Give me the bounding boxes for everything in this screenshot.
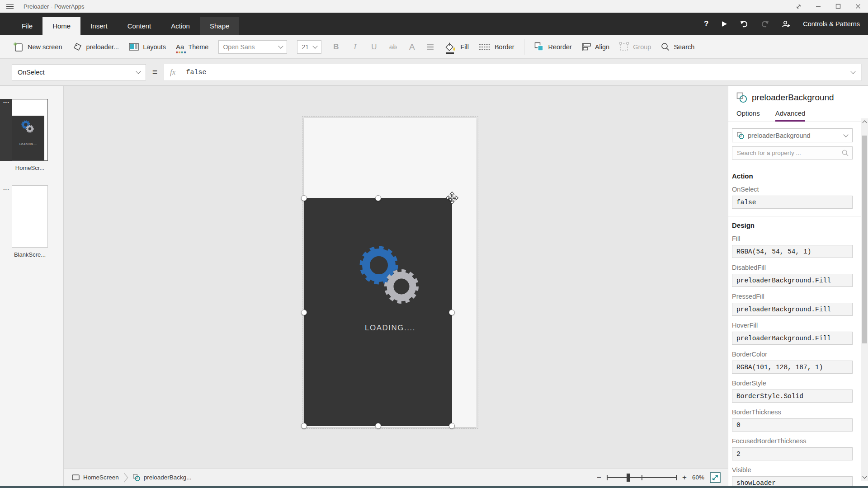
property-label-borderthickness: BorderThickness xyxy=(732,408,853,416)
toolbar: New screen preloader... Layouts Aa Theme… xyxy=(0,35,868,59)
resize-handle-top-center[interactable] xyxy=(375,195,381,201)
zoom-slider[interactable] xyxy=(607,474,677,482)
scrollbar-thumb[interactable] xyxy=(862,136,867,343)
properties-tabs: Options Advanced xyxy=(736,109,853,122)
reorder-button[interactable]: Reorder xyxy=(534,42,571,52)
property-label-bordercolor: BorderColor xyxy=(732,351,853,358)
shape-control-icon xyxy=(133,474,140,481)
section-design: Design xyxy=(728,216,868,229)
property-dropdown[interactable]: OnSelect xyxy=(12,64,146,80)
resize-handle-bottom-right[interactable] xyxy=(449,423,455,429)
property-field-fill[interactable]: RGBA(54, 54, 54, 1) xyxy=(732,245,853,258)
help-icon[interactable]: ? xyxy=(704,19,708,28)
property-search-input[interactable] xyxy=(736,149,842,157)
zoom-out-button[interactable]: − xyxy=(597,473,601,482)
resize-handle-middle-left[interactable] xyxy=(301,310,307,315)
breadcrumb-homescreen[interactable]: HomeScreen xyxy=(72,474,119,481)
fill-button[interactable]: Fill xyxy=(445,42,469,52)
search-button[interactable]: Search xyxy=(661,42,694,51)
screen-thumbnail-home[interactable]: LOADING.... xyxy=(12,99,48,161)
tab-action[interactable]: Action xyxy=(161,17,200,35)
hamburger-menu-icon[interactable] xyxy=(6,4,14,9)
align-objects-icon xyxy=(582,43,591,51)
property-field-borderstyle[interactable]: BorderStyle.Solid xyxy=(732,389,853,403)
new-screen-button[interactable]: New screen xyxy=(14,42,62,52)
screen-name-blank[interactable]: BlankScre... xyxy=(5,251,55,258)
add-user-icon[interactable] xyxy=(782,20,790,28)
window-controls xyxy=(788,0,868,13)
italic-button[interactable]: I xyxy=(350,42,359,52)
tab-advanced[interactable]: Advanced xyxy=(775,109,806,122)
tab-options[interactable]: Options xyxy=(736,109,760,122)
scroll-down-icon[interactable] xyxy=(863,474,867,479)
section-action: Action xyxy=(728,167,868,180)
shape-control-icon xyxy=(736,92,747,103)
restore-window-icon[interactable] xyxy=(788,0,808,13)
property-field-focusedborderthickness[interactable]: 2 xyxy=(732,447,853,460)
gears-icon xyxy=(344,230,425,307)
status-bar: HomeScreen preloaderBackg... − xyxy=(64,468,728,486)
formula-input[interactable]: fx false xyxy=(164,64,862,81)
undo-icon[interactable] xyxy=(740,20,748,28)
preloader-shape-button[interactable]: preloader... xyxy=(72,42,119,52)
reorder-icon xyxy=(534,42,544,52)
controls-patterns-label[interactable]: Controls & Patterns xyxy=(803,20,860,28)
resize-handle-top-left[interactable] xyxy=(301,195,307,201)
group-button[interactable]: Group xyxy=(619,42,651,52)
scroll-up-icon[interactable] xyxy=(863,121,867,125)
close-icon[interactable] xyxy=(848,0,868,13)
underline-button[interactable]: U xyxy=(369,42,378,52)
property-field-disabledfill[interactable]: preloaderBackground.Fill xyxy=(732,274,853,287)
screen-options-button[interactable]: ... xyxy=(3,98,9,104)
font-size-select[interactable]: 21 xyxy=(297,40,321,54)
minimize-icon[interactable] xyxy=(808,0,828,13)
properties-scrollbar[interactable] xyxy=(861,118,868,481)
tab-shape[interactable]: Shape xyxy=(200,17,239,35)
preloader-background-shape[interactable] xyxy=(304,198,452,426)
chevron-down-icon xyxy=(843,132,848,137)
font-family-select[interactable]: Open Sans xyxy=(218,40,287,54)
maximize-icon[interactable] xyxy=(828,0,848,13)
fit-to-window-icon[interactable] xyxy=(710,472,721,483)
play-preview-icon[interactable] xyxy=(721,21,727,27)
formula-bar-expand-icon[interactable] xyxy=(850,69,855,74)
screen-name-home[interactable]: HomeScr... xyxy=(5,164,55,171)
phone-screen[interactable]: LOADING.... xyxy=(304,118,476,427)
tab-home[interactable]: Home xyxy=(42,17,80,35)
resize-handle-bottom-left[interactable] xyxy=(301,423,307,429)
property-label-borderstyle: BorderStyle xyxy=(732,380,853,387)
tab-insert[interactable]: Insert xyxy=(80,17,118,35)
zoom-in-button[interactable]: + xyxy=(682,473,687,482)
zoom-slider-thumb[interactable] xyxy=(627,474,630,482)
border-button[interactable]: Border xyxy=(479,43,514,51)
zoom-percent: 60% xyxy=(692,474,704,481)
align-button[interactable]: Align xyxy=(582,43,609,51)
property-field-onselect[interactable]: false xyxy=(732,196,853,209)
property-field-borderthickness[interactable]: 0 xyxy=(732,418,853,432)
redo-icon[interactable] xyxy=(761,20,769,28)
canvas[interactable]: LOADING.... xyxy=(64,86,728,468)
layouts-button[interactable]: Layouts xyxy=(129,43,166,51)
tab-content[interactable]: Content xyxy=(118,17,161,35)
resize-handle-bottom-center[interactable] xyxy=(375,423,381,429)
menu-bar: File Home Insert Content Action Shape ? … xyxy=(0,13,868,35)
breadcrumb-preloader-background[interactable]: preloaderBackg... xyxy=(133,474,192,481)
bold-button[interactable]: B xyxy=(331,42,340,52)
fx-icon: fx xyxy=(164,68,181,77)
theme-button[interactable]: Aa Theme xyxy=(176,43,209,51)
property-field-bordercolor[interactable]: RGBA(101, 128, 187, 1) xyxy=(732,361,853,374)
font-color-button[interactable]: A xyxy=(407,42,416,52)
screen-options-button[interactable]: ... xyxy=(3,185,9,192)
property-search xyxy=(732,146,853,160)
screen-thumbnail-blank[interactable] xyxy=(12,185,48,248)
property-field-pressedfill[interactable]: preloaderBackground.Fill xyxy=(732,303,853,316)
text-align-button[interactable] xyxy=(426,44,435,50)
property-field-visible[interactable]: showLoader xyxy=(732,476,853,486)
resize-handle-middle-right[interactable] xyxy=(449,310,455,315)
tab-file[interactable]: File xyxy=(12,17,42,35)
shape-control-icon xyxy=(737,132,744,139)
property-label-focusedborderthickness: FocusedBorderThickness xyxy=(732,437,853,445)
property-field-hoverfill[interactable]: preloaderBackground.Fill xyxy=(732,332,853,345)
control-selector-dropdown[interactable]: preloaderBackground xyxy=(732,128,853,142)
strikethrough-button[interactable]: ab xyxy=(388,43,397,51)
